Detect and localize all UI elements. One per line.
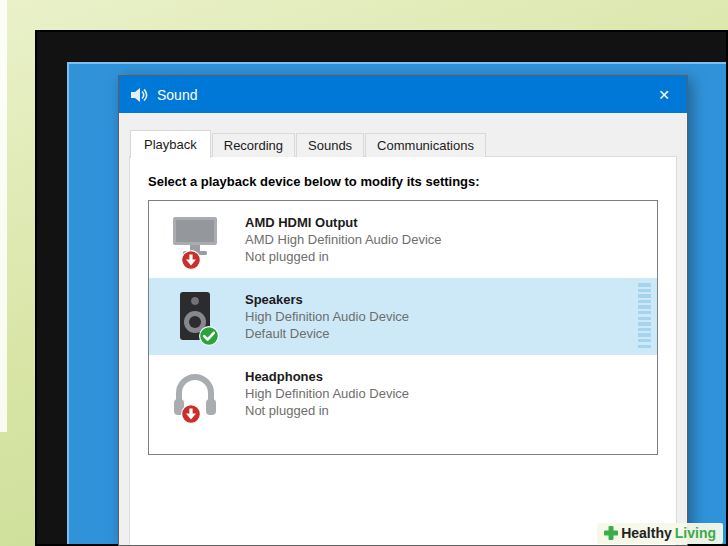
- tab-recording[interactable]: Recording: [212, 133, 295, 157]
- device-name: Speakers: [245, 291, 409, 308]
- background-highlight-strip: [0, 0, 7, 432]
- dialog-titlebar: Sound ✕: [119, 76, 687, 113]
- watermark-suffix: Living: [675, 525, 716, 541]
- disconnected-badge-icon: [181, 404, 201, 424]
- speaker-device-icon: [169, 290, 221, 344]
- device-status: Default Device: [245, 325, 409, 342]
- headphones-device-icon: [169, 367, 221, 421]
- volume-level-meter: [638, 283, 651, 350]
- sound-dialog: Sound ✕ Playback Recording Sounds Commun…: [118, 75, 688, 546]
- disconnected-badge-icon: [181, 250, 201, 270]
- speaker-icon: [130, 87, 148, 103]
- device-description: High Definition Audio Device: [245, 385, 409, 402]
- device-row-amd-hdmi[interactable]: AMD HDMI Output AMD High Definition Audi…: [149, 201, 657, 278]
- device-name: AMD HDMI Output: [245, 214, 442, 231]
- playback-tab-page: Select a playback device below to modify…: [129, 156, 677, 546]
- device-status: Not plugged in: [245, 402, 409, 419]
- device-description: High Definition Audio Device: [245, 308, 409, 325]
- watermark-prefix: Healthy: [621, 525, 672, 541]
- dialog-title: Sound: [157, 87, 197, 103]
- device-info: Speakers High Definition Audio Device De…: [245, 291, 409, 342]
- default-device-badge-icon: [199, 326, 219, 346]
- healthy-living-watermark: Healthy Living: [597, 523, 723, 544]
- tab-sounds[interactable]: Sounds: [296, 133, 364, 157]
- green-cross-icon: [604, 526, 618, 540]
- device-description: AMD High Definition Audio Device: [245, 231, 442, 248]
- tab-communications[interactable]: Communications: [365, 133, 486, 157]
- playback-device-list[interactable]: AMD HDMI Output AMD High Definition Audi…: [148, 200, 658, 455]
- device-info: Headphones High Definition Audio Device …: [245, 368, 409, 419]
- instruction-text: Select a playback device below to modify…: [148, 174, 658, 189]
- tab-bar: Playback Recording Sounds Communications: [130, 129, 676, 157]
- device-row-speakers[interactable]: Speakers High Definition Audio Device De…: [149, 278, 657, 355]
- device-status: Not plugged in: [245, 248, 442, 265]
- monitor-device-icon: [169, 213, 221, 267]
- device-row-headphones[interactable]: Headphones High Definition Audio Device …: [149, 355, 657, 432]
- device-name: Headphones: [245, 368, 409, 385]
- close-button[interactable]: ✕: [641, 76, 687, 113]
- tab-playback[interactable]: Playback: [130, 130, 211, 158]
- device-info: AMD HDMI Output AMD High Definition Audi…: [245, 214, 442, 265]
